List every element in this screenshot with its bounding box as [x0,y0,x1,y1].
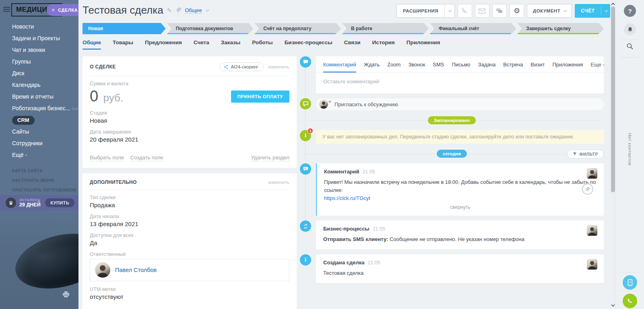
extensions-button[interactable]: РАСШИРЕНИЯ [396,4,455,18]
call-button[interactable] [458,4,472,18]
composer-tab-more[interactable]: Еще - [591,62,605,72]
deal-overlay-badge[interactable]: × СДЕЛКА [47,4,78,16]
sidebar-item-crm[interactable]: CRM [0,114,78,126]
start-date-value[interactable]: 13 февраля 2021 [90,220,289,227]
add-participant-icon[interactable]: + [328,99,331,105]
scroll-up-arrow[interactable] [611,1,615,6]
deal-category-dropdown[interactable]: Общее [185,7,202,14]
tab-robots[interactable]: Роботы [252,39,272,49]
today-divider: сегодня ФИЛЬТР [300,150,604,158]
document-button[interactable]: ДОКУМЕНТ [527,4,572,18]
close-icon[interactable]: × [52,7,55,13]
sidebar-item-tasks[interactable]: Задачи и Проекты [0,33,78,44]
deal-type-value[interactable]: Продажа [90,202,289,208]
collapse-link[interactable]: свернуть [324,204,597,210]
sidebar-item-more[interactable]: Ещё - [0,149,78,161]
sidebar-item-calendar[interactable]: Календарь [0,79,78,91]
tab-general[interactable]: Общие [83,39,101,49]
search-button[interactable] [626,43,634,52]
chevron-down-icon[interactable] [206,8,209,11]
tab-products[interactable]: Товары [113,39,133,49]
invoice-button[interactable]: СЧЁТ [575,4,610,18]
stage-new[interactable]: Новая [83,23,166,34]
sidebar-item-employees[interactable]: Сотрудники [0,138,78,149]
invite-employees-link[interactable]: ПРИГЛАСИТЬ СОТРУДНИКОВ [0,185,78,195]
filter-button[interactable]: ФИЛЬТР [567,150,604,159]
stage-prepayment[interactable]: Счёт на предоплату [254,23,341,34]
sidebar-item-news[interactable]: Новости [0,21,78,33]
mobile-app-button[interactable] [623,275,637,290]
composer-tab-call[interactable]: Звонок [408,62,425,72]
bizproc-result: Сообщение не отправлено. Не указан номер… [388,236,524,242]
email-button[interactable] [475,4,489,18]
comment-composer: Комментарий Ждать Zoom Звонок SMS Письмо… [316,56,604,93]
invoice-dropdown-icon[interactable] [601,4,610,18]
accept-payment-button[interactable]: ПРИНЯТЬ ОПЛАТУ [231,91,289,103]
composer-tab-task[interactable]: Задача [478,62,496,72]
tab-quotes[interactable]: Предложения [145,39,182,49]
stage-docs[interactable]: Подготовка документов [167,23,254,34]
settings-gear-button[interactable]: ⚙ [510,4,524,18]
paperclip-icon[interactable] [175,7,181,13]
comment-link[interactable]: https://clck.ru/TGcyt [324,195,370,201]
stage-final-invoice[interactable]: Финальный счёт [430,23,516,34]
sidebar-item-disk[interactable]: Диск [0,68,78,79]
chat-button[interactable] [492,4,507,18]
composer-tab-visit[interactable]: Визит [530,62,545,72]
hamburger-menu-icon[interactable] [3,7,10,13]
composer-tab-comment[interactable]: Комментарий [323,62,356,72]
configure-menu-link[interactable]: НАСТРОИТЬ МЕНЮ [0,176,78,185]
stage-close-deal[interactable]: Завершить сделку [517,23,604,34]
available-for-all-value[interactable]: Да [90,239,289,246]
select-field-link[interactable]: Выбрать поле [90,154,124,161]
tab-history[interactable]: История [372,39,394,49]
composer-tab-wait[interactable]: Ждать [364,62,380,72]
edit-section-link[interactable]: изменить [268,64,289,69]
sidebar-item-label: Ещё - [12,152,27,158]
tab-orders[interactable]: Заказы [221,39,241,49]
composer-tab-zoom[interactable]: Zoom [387,62,400,72]
stage-field-value[interactable]: Новая [90,117,289,124]
tab-invoices[interactable]: Счета [194,39,209,49]
vertical-scrollbar[interactable] [611,0,615,309]
stage-in-progress[interactable]: В работе [342,23,429,34]
sidebar-item-sites[interactable]: Сайты [0,126,78,138]
edit-title-icon[interactable]: ✎ [167,7,172,14]
delete-section-link[interactable]: Удалить раздел [251,154,289,161]
create-field-link[interactable]: Создать поле [130,154,163,161]
scroll-down-arrow[interactable] [611,303,615,308]
deal-badge-label: СДЕЛКА [58,8,78,12]
tab-relations[interactable]: Связи [344,39,361,49]
tab-apps[interactable]: Приложения [407,39,440,49]
tab-business-processes[interactable]: Бизнес-процессы [285,39,332,49]
sidebar-item-groups[interactable]: Группы [0,56,78,68]
composer-tab-sms[interactable]: SMS [433,62,444,72]
extensions-dropdown-icon[interactable] [445,4,454,17]
stage-label: Финальный счёт [439,26,479,31]
invite-to-discussion[interactable]: + Пригласить к обсуждению [316,98,604,110]
pin-button[interactable] [582,183,593,195]
telephony-button[interactable] [623,294,637,308]
help-button[interactable]: ? [624,5,636,17]
sidebar-item-rpa[interactable]: Роботизация бизнес...beta [0,103,78,114]
close-date-field-value[interactable]: 20 февраля 2021 [90,136,289,143]
notifications-bell-button[interactable] [624,23,636,35]
deal-amount-value[interactable]: 0 [90,88,98,105]
sidebar-item-time-reports[interactable]: Время и отчеты [0,91,78,103]
comment-input[interactable] [316,73,604,93]
sidebar-item-label: Сайты [12,128,29,135]
sitemap-link[interactable]: КАРТА САЙТА [0,166,78,176]
edit-section-link[interactable]: изменить [268,180,289,185]
scrollbar-thumb[interactable] [611,6,615,192]
printer-icon[interactable] [63,291,69,299]
composer-tab-meeting[interactable]: Встреча [503,62,523,72]
composer-tab-email[interactable]: Письмо [452,62,471,72]
buy-button[interactable]: КУПИТЬ [45,198,74,207]
business-process-card: Бизнес-процессы 21:05 Отправить SMS клие… [316,220,604,249]
business-process-icon [300,220,311,232]
right-rail: ? Нет контактов [615,0,644,309]
ai-scoring-badge[interactable]: AI24-скоринг [220,62,263,71]
sidebar-item-chat[interactable]: Чат и звонки [0,44,78,56]
responsible-name-link[interactable]: Павел Столбов [115,267,157,273]
composer-tab-apps[interactable]: Приложения [552,62,583,72]
